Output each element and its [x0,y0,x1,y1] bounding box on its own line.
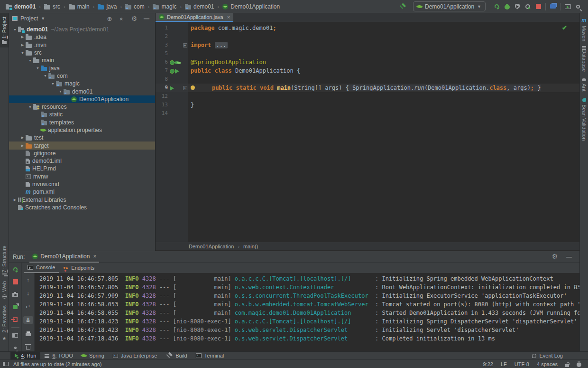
code-editor[interactable]: ✔ 1package com.magic.demo01;23+import ..… [156,22,579,242]
tree-item[interactable]: ▼demo01~/Java Project/demo01 [9,26,155,33]
scroll-to-end-button[interactable] [23,316,33,324]
tree-item[interactable]: application.properties [9,126,155,134]
toolwindow-button-maven[interactable]: Maven [580,13,588,45]
toolwindow-button-terminal[interactable]: Terminal [192,352,229,360]
line-separator[interactable]: LF [501,361,507,367]
print-button[interactable] [23,330,33,337]
project-panel-title-dropdown[interactable]: Project ▼ [12,15,45,22]
hide-run-panel-button[interactable] [565,253,573,261]
code-line[interactable]: 3+import ... [156,41,579,49]
run-button[interactable] [491,1,502,12]
toolwindow-button-spring[interactable]: Spring [77,352,109,360]
search-everywhere-button[interactable] [573,1,583,12]
tree-item[interactable]: ▶External Libraries [9,196,155,204]
intention-bulb-icon[interactable] [191,85,195,90]
inspections-ok-icon[interactable]: ✔ [562,24,567,31]
tree-item[interactable]: mvnw.cmd [9,180,155,188]
editor-tab[interactable]: Demo01Application.java × [156,13,233,22]
toolwindow-button-build[interactable]: Build [161,352,191,360]
file-encoding[interactable]: UTF-8 [514,361,529,367]
code-line[interactable]: 7public class Demo01Application { [156,66,579,75]
stop-application-button[interactable] [10,278,20,285]
code-line[interactable]: 5 [156,49,579,58]
soft-wrap-button[interactable] [23,303,33,311]
run-settings-button[interactable] [551,253,559,261]
close-icon[interactable]: × [227,14,230,20]
exit-button[interactable] [10,316,20,323]
tree-item[interactable]: ▼java [9,64,155,72]
fold-marker-icon[interactable]: + [183,43,187,47]
breadcrumb-item[interactable]: magic [152,3,177,10]
breadcrumb-item[interactable]: src [43,3,61,10]
highlighting-level-button[interactable] [577,361,581,367]
code-line[interactable]: 6@SpringBootApplication [156,58,579,66]
breadcrumb-item[interactable]: Demo01Application [221,3,281,10]
hide-panel-button[interactable] [143,15,150,22]
tree-item[interactable]: mvnw [9,173,155,180]
breadcrumb-item[interactable]: main [68,3,91,10]
code-line[interactable]: 8 [156,75,579,84]
breadcrumb-item[interactable]: com [124,3,146,10]
thread-snapshot-button[interactable] [10,291,20,298]
tree-item[interactable]: .gitignore [9,150,155,157]
breadcrumb-item[interactable]: java [97,3,118,10]
tree-item[interactable]: ▶.idea [9,33,155,41]
breadcrumb-item[interactable]: demo01 [5,3,37,10]
toolwindow-button-6-todo[interactable]: 6: TODO [40,352,77,360]
build-project-button[interactable] [397,1,407,12]
code-line[interactable]: 9+ public static void main(String[] args… [156,84,579,92]
tree-item[interactable]: ▶test [9,134,155,142]
bean-gutter-button[interactable] [170,66,175,75]
tree-item[interactable]: pom.xml [9,188,155,196]
toolwindow-button-java-enterprise[interactable]: Java Enterprise [109,352,161,360]
close-icon[interactable]: × [93,253,96,260]
code-line[interactable]: 14 [156,109,579,118]
run-anything-button[interactable] [562,1,573,12]
tree-item[interactable]: ▼com [9,72,155,80]
profiler-button[interactable] [523,1,533,12]
tree-item[interactable]: ▶target [9,142,155,149]
tree-item[interactable]: Scratches and Consoles [9,204,155,211]
toolwindow-toggle-icon[interactable] [3,362,9,366]
code-line[interactable]: 13} [156,101,579,109]
toolwindow-button-4-run[interactable]: 4: Run [10,352,40,360]
toolwindow-button-1-project[interactable]: 1: Project [0,13,9,47]
debug-button[interactable] [502,1,512,12]
tree-item[interactable]: templates [9,119,155,126]
collapse-all-button[interactable] [118,15,126,22]
code-line[interactable]: 12 [156,92,579,101]
editor-breadcrumb-item[interactable]: main() [243,244,258,249]
fold-marker-icon[interactable]: + [183,86,187,90]
tree-item[interactable]: ▶.mvn [9,41,155,49]
toolwindow-button-7-structure[interactable]: 7: Structure [0,242,9,278]
run-gutter-button[interactable] [170,84,174,92]
run-gutter-button[interactable] [175,66,179,75]
next-occurrence-button[interactable] [23,290,33,297]
pin-tab-button[interactable] [10,345,20,351]
project-settings-button[interactable] [130,15,138,22]
editor-breadcrumb-item[interactable]: Demo01Application [189,244,234,249]
tree-item[interactable]: Demo01Application [9,95,155,103]
tree-item[interactable]: ▼resources [9,103,155,111]
tab-console[interactable]: Console [24,263,59,273]
toolwindow-button-2-favorites[interactable]: 2: Favorites [0,302,9,345]
toolwindow-switcher-button[interactable] [548,1,558,12]
locate-file-button[interactable] [106,15,113,22]
toolwindow-button-database[interactable]: Database [580,45,588,75]
tree-item[interactable]: static [9,111,155,118]
console-output[interactable]: 2019-11-04 16:46:57.805 INFO 4328 --- [ … [35,273,579,351]
toolwindow-button-web[interactable]: Web [0,278,9,302]
tree-item[interactable]: HELP.md [9,165,155,172]
leaves-gutter-button[interactable] [175,58,180,66]
toolwindow-button-bean-validation[interactable]: Bean Validation [580,95,588,144]
tab-endpoints[interactable]: Endpoints [60,263,98,273]
caret-position[interactable]: 9:22 [483,361,493,367]
run-with-coverage-button[interactable] [512,1,523,12]
indent-size[interactable]: 4 spaces [537,361,558,367]
tree-item[interactable]: ▼src [9,49,155,57]
dump-threads-button[interactable] [10,303,20,310]
tree-item[interactable]: ▼magic [9,80,155,87]
tree-item[interactable]: ▼main [9,57,155,64]
readonly-lock-button[interactable] [565,361,569,367]
stop-button[interactable] [533,1,543,12]
